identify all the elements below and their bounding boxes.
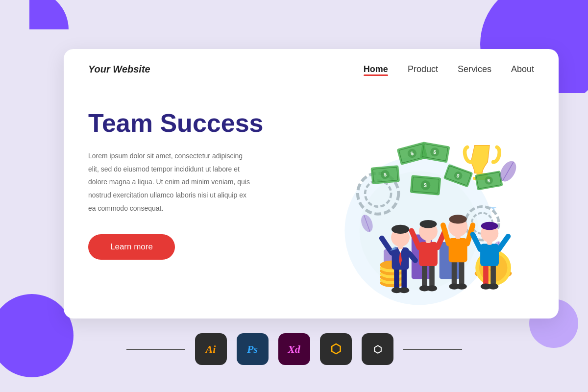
nav-item-product[interactable]: Product (408, 64, 438, 74)
logo: Your Website (88, 64, 150, 75)
svg-rect-53 (401, 268, 407, 290)
toolbar-line-left (126, 349, 185, 350)
hero-left: Team Success Lorem ipsum dolor sit amet,… (88, 95, 294, 318)
nav-link-product[interactable]: Product (408, 64, 438, 74)
nav-links: Home Product Services About (364, 64, 534, 74)
svg-rect-75 (459, 261, 465, 287)
nav-link-home[interactable]: Home (364, 64, 388, 74)
svg-text:$: $ (383, 172, 387, 177)
tool-photoshop[interactable]: Ps (237, 333, 269, 365)
svg-point-77 (457, 284, 467, 290)
tool-ai-label: Ai (206, 343, 216, 356)
svg-rect-84 (483, 264, 489, 286)
svg-rect-64 (422, 264, 427, 288)
nav-item-home[interactable]: Home (364, 64, 388, 74)
svg-point-83 (449, 215, 466, 223)
learn-more-button[interactable]: Learn more (88, 234, 175, 260)
hero-description: Lorem ipsum dolor sit amet, consectetur … (88, 149, 255, 215)
svg-point-67 (427, 285, 437, 291)
hero-illustration: $ $ $ (304, 95, 534, 318)
tool-illustrator[interactable]: Ai (195, 333, 227, 365)
svg-rect-85 (490, 264, 496, 286)
svg-rect-78 (449, 238, 467, 262)
navbar: Your Website Home Product Services About (64, 49, 559, 85)
svg-rect-52 (394, 268, 399, 290)
main-card: Your Website Home Product Services About… (64, 49, 559, 318)
nav-link-services[interactable]: Services (458, 64, 491, 74)
tool-xd-label: Xd (288, 343, 300, 356)
illustration-svg: $ $ $ (304, 95, 534, 318)
tool-sk-label: ⬡ (330, 342, 342, 357)
svg-point-87 (488, 284, 498, 290)
svg-point-55 (399, 287, 409, 293)
svg-point-93 (481, 222, 498, 230)
bg-decoration-top-left (0, 0, 69, 69)
svg-point-73 (420, 220, 437, 228)
tool-xd[interactable]: Xd (278, 333, 310, 365)
svg-point-63 (392, 225, 409, 234)
nav-item-services[interactable]: Services (458, 64, 491, 74)
svg-rect-74 (452, 261, 457, 287)
svg-rect-68 (419, 242, 438, 266)
hero-title: Team Success (88, 109, 294, 137)
nav-item-about[interactable]: About (511, 64, 534, 74)
nav-link-about[interactable]: About (511, 64, 534, 74)
hero-content: Team Success Lorem ipsum dolor sit amet,… (64, 85, 559, 318)
svg-rect-65 (429, 264, 435, 288)
svg-rect-88 (480, 244, 499, 266)
tool-fig-label: ⬡ (373, 343, 382, 355)
tool-figma[interactable]: ⬡ (362, 333, 393, 365)
bottom-toolbar: Ai Ps Xd ⬡ ⬡ (0, 333, 588, 365)
tool-sketch[interactable]: ⬡ (320, 333, 352, 365)
tool-ps-label: Ps (247, 343, 258, 356)
toolbar-line-right (403, 349, 462, 350)
